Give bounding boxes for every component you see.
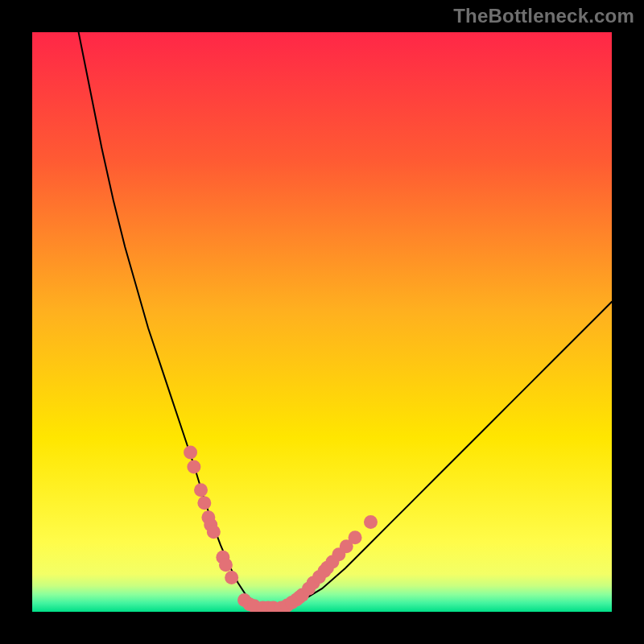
data-dot [194, 483, 208, 497]
data-dot [364, 515, 378, 529]
chart-frame: TheBottleneck.com [0, 0, 644, 644]
watermark-text: TheBottleneck.com [453, 5, 634, 27]
gradient-bg [32, 32, 612, 612]
data-dot [184, 446, 197, 460]
data-dot [187, 460, 200, 474]
data-dot [207, 525, 221, 539]
data-dot [225, 571, 238, 584]
data-dot [349, 530, 362, 544]
bottleneck-chart [32, 32, 612, 612]
data-dot [197, 496, 211, 510]
data-dot [219, 558, 233, 572]
